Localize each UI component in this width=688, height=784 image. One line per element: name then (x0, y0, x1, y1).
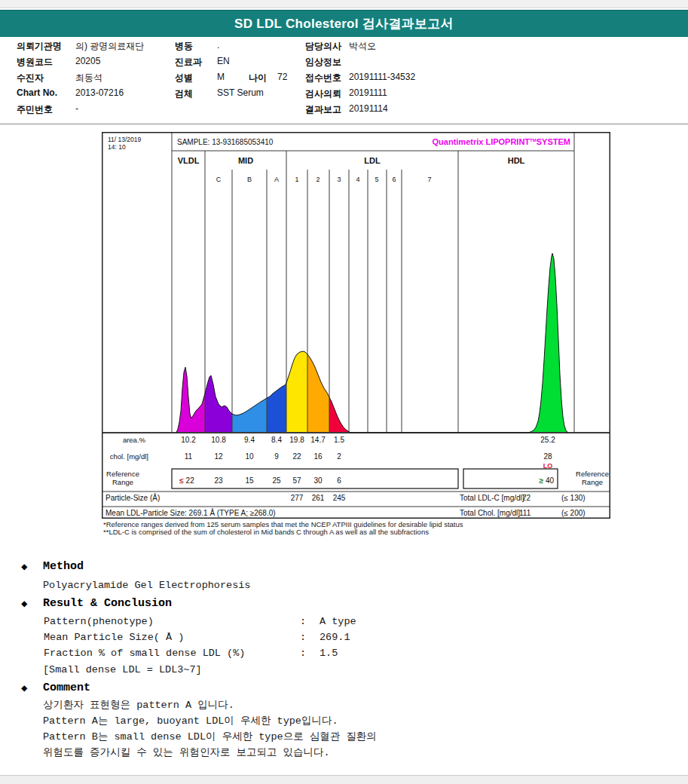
comment-line: Pattern A는 large, buoyant LDL이 우세한 type입… (43, 714, 338, 727)
chol-value: 11 (185, 452, 193, 461)
band-fill-LDL1 (286, 351, 307, 433)
field-value: 의) 광명의료재단 (75, 40, 144, 53)
area-value: 10.8 (211, 436, 226, 444)
particle-row-label: Particle-Size (Å) (105, 493, 160, 502)
field-value: SST Serum (217, 87, 264, 98)
band-sub-label: 2 (316, 176, 320, 183)
run-date: 11/ 13/2019 (108, 136, 142, 143)
field-value: 20191114 (349, 103, 388, 114)
result-colon: : (300, 616, 306, 627)
result-label: Pattern(phenotype) (44, 616, 154, 627)
area-value: 8.4 (271, 436, 282, 444)
band-group-label: MID (238, 156, 253, 165)
method-body: Polyacrylamide Gel Electrophoresis (43, 580, 250, 591)
sample-id: SAMPLE: 13-931685053410 (177, 138, 274, 146)
ref-row-label: Range (582, 478, 603, 486)
ref-row-label: Reference (106, 470, 139, 478)
particle-size-value: 245 (333, 494, 346, 502)
area-row-label: area.% (123, 436, 146, 444)
chol-row-label: chol. [mg/dl] (110, 452, 148, 461)
band-sub-label: 4 (356, 176, 359, 183)
area-value: 10.2 (181, 436, 196, 444)
section-title-comment: Comment (43, 681, 90, 694)
section-title-result: Result & Conclusion (43, 597, 172, 610)
comment-line: Pattern B는 small dense LDL이 우세한 type으로 심… (43, 730, 377, 743)
field-label: 접수번호 (305, 72, 341, 84)
ref-row-label: Range (112, 478, 133, 486)
band-sub-label: 6 (392, 176, 396, 183)
field-label: 담당의사 (305, 40, 341, 53)
field-label: 결과보고 (305, 103, 341, 116)
field-value: EN (217, 56, 230, 66)
band-sub-label: 1 (295, 176, 298, 183)
field-label: 검사의뢰 (305, 87, 341, 100)
chart-footnote: **LDL-C is comprised of the sum of chole… (103, 528, 429, 536)
field-value: 2013-07216 (75, 87, 124, 98)
ref-value: 57 (292, 476, 301, 485)
field-value: 20191111 (349, 87, 387, 98)
comment-line: 상기환자 표현형은 pattern A 입니다. (43, 698, 234, 712)
band-fill-VLDL (176, 367, 205, 433)
diamond-icon: ◆ (21, 681, 27, 694)
total-chol-ref: (≤ 200) (561, 509, 586, 517)
total-ldl-ref: (≤ 130) (561, 494, 586, 502)
field-value: M (217, 72, 225, 82)
area-value: 14.7 (310, 436, 326, 444)
result-value: 269.1 (320, 632, 350, 643)
top-margin-strip (0, 0, 688, 8)
section-title-method: Method (43, 560, 84, 573)
field-label: 성별 (175, 72, 193, 84)
field-label: 수진자 (17, 72, 44, 84)
lipoprint-chart: 11/ 13/201914: 10SAMPLE: 13-931685053410… (102, 132, 610, 519)
lo-flag: LO (543, 462, 553, 470)
mean-particle-size: Mean LDL-Particle Size: 269.1 Å (TYPE A;… (105, 508, 276, 517)
result-value: 1.5 (320, 648, 338, 659)
chol-value: 16 (313, 452, 323, 461)
chol-value: 2 (337, 452, 341, 461)
field-label: 나이 (249, 72, 267, 84)
field-label: 진료과 (175, 56, 202, 69)
field-label: 병원코드 (17, 56, 53, 69)
ref-value: 15 (245, 476, 254, 485)
ref-value: 30 (313, 476, 323, 485)
report-title-bar: SD LDL Cholesterol 검사결과보고서 (0, 10, 688, 37)
result-label: Fraction % of small dense LDL (%) (44, 648, 245, 659)
header-divider (0, 124, 688, 124)
chol-value: 9 (274, 452, 279, 461)
field-label: 주민번호 (17, 103, 53, 116)
bottom-margin-strip (0, 775, 688, 784)
diamond-icon: ◆ (21, 597, 27, 610)
result-label: Mean Particle Size( Å ) (44, 632, 184, 643)
total-ldl-label: Total LDL-C [mg/dl]: (460, 494, 526, 502)
ref-value: 23 (214, 476, 223, 485)
chol-value: 22 (292, 452, 301, 461)
chol-value: 10 (245, 452, 254, 461)
band-sub-label: C (216, 176, 222, 183)
particle-size-value: 277 (291, 494, 304, 502)
chol-value: 12 (214, 452, 223, 461)
total-ldl-value: 72 (522, 494, 531, 502)
area-value: 1.5 (334, 436, 344, 444)
field-label: 병동 (175, 40, 193, 53)
band-sub-label: B (247, 176, 252, 183)
comment-line: 위험도를 증가시킬 수 있는 위험인자로 보고되고 있습니다. (43, 746, 330, 759)
ref-value: 6 (337, 476, 341, 485)
field-label: 임상정보 (305, 56, 341, 69)
page-title: SD LDL Cholesterol 검사결과보고서 (234, 17, 454, 31)
band-fill-LDL3 (329, 397, 350, 433)
band-group-label: LDL (364, 156, 381, 165)
band-sub-label: A (274, 176, 279, 183)
field-value: . (217, 40, 219, 51)
electropherogram-curve (176, 253, 568, 433)
result-value: A type (320, 616, 356, 627)
total-chol-label: Total Chol. [mg/dl]: (460, 509, 522, 517)
ref-row-label: Reference (576, 470, 609, 478)
result-note: [Small dense LDL = LDL3~7] (43, 664, 202, 675)
field-value: 최동석 (75, 72, 102, 84)
field-value: 72 (277, 72, 287, 82)
field-value: - (75, 103, 78, 114)
field-label: 검체 (175, 87, 193, 100)
field-value: 20205 (75, 56, 100, 66)
field-label: Chart No. (17, 87, 57, 98)
diamond-icon: ◆ (21, 560, 27, 573)
